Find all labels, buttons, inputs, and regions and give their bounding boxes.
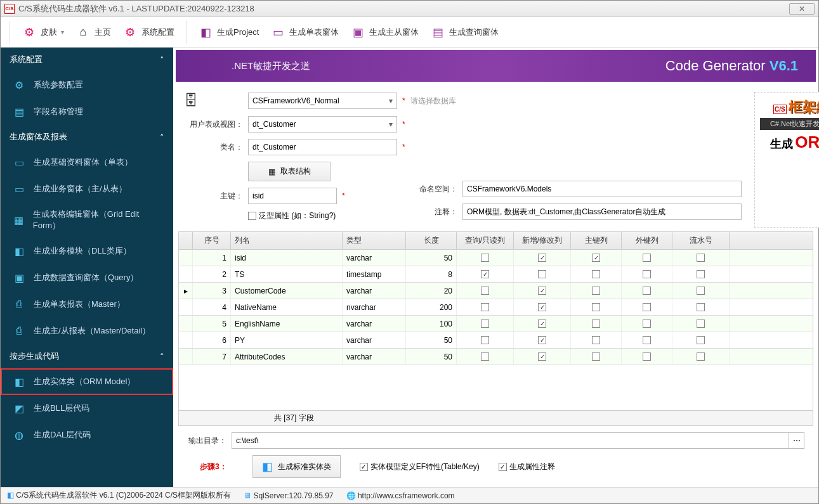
cube-icon: ◧ (198, 25, 213, 40)
table-row[interactable]: 4 NativeName nvarchar 200 (179, 299, 813, 316)
search-icon: ▣ (12, 271, 26, 285)
promo-image: C/S 框架網 C#.Net快速开发平台 生成 ORM (754, 92, 819, 228)
ns-input[interactable]: CSFrameworkV6.Models (462, 181, 742, 197)
window-icon: ▭ (270, 25, 285, 40)
sidebar-item-detail-rpt[interactable]: ⎙生成主/从报表（Master/Detail） (1, 318, 173, 344)
gen-project-button[interactable]: ◧生成Project (198, 25, 259, 40)
cube-icon: ◧ (7, 491, 14, 500)
status-url[interactable]: http://www.csframework.com (358, 491, 455, 500)
status-db: SqlServer:120.79.85.97 (253, 491, 333, 500)
db-icon: ◍ (12, 428, 26, 442)
db-combo[interactable]: CSFrameworkV6_Normal (248, 93, 397, 109)
cogs-icon: ⚙ (122, 25, 138, 40)
status-app: C/S系统代码生成器软件 v6.1 (C)2006-2024 C/S框架网版权所… (16, 491, 231, 500)
gen-query-button[interactable]: ▤生成查询窗体 (430, 25, 499, 40)
browse-button[interactable]: ⋯ (789, 432, 804, 449)
grid-icon: ▦ (268, 167, 275, 176)
outdir-input[interactable]: c:\test\ (232, 432, 789, 449)
form-icon: ▭ (12, 155, 26, 169)
cube2-icon: ◧ (12, 375, 26, 389)
sidebar-item-orm[interactable]: ◧生成实体类（ORM Model） (1, 368, 173, 395)
grid-header: 序号 列名 类型 长度 查询/只读列 新增/修改列 主键列 外键列 流水号 (179, 232, 813, 250)
required-icon: * (342, 191, 345, 200)
required-icon: * (402, 96, 405, 105)
table-row[interactable]: 6 PY varchar 50 (179, 332, 813, 349)
gen-single-button[interactable]: ▭生成单表窗体 (270, 25, 339, 40)
sidebar-item-dal[interactable]: ◍生成DAL层代码 (1, 422, 173, 448)
fields-grid: 序号 列名 类型 长度 查询/只读列 新增/修改列 主键列 外键列 流水号 1 … (178, 231, 813, 426)
table-label: 用户表或视图： (182, 119, 248, 130)
table-row[interactable]: ▸ 3 CustomerCode varchar 20 (179, 283, 813, 299)
banner: .NET敏捷开发之道 Code Generator V6.1 (176, 50, 816, 82)
banner-subtitle: .NET敏捷开发之道 (232, 60, 310, 72)
sidebar-item-biz[interactable]: ▭生成业务窗体（主/从表） (1, 176, 173, 202)
gear-icon: ⚙ (22, 25, 37, 40)
list-icon: ▤ (12, 105, 26, 119)
form2-icon: ▭ (12, 182, 26, 196)
app-icon: C/S (4, 4, 15, 14)
gen-master-button[interactable]: ▣生成主从窗体 (350, 25, 419, 40)
grid-icon: ▦ (12, 213, 25, 227)
comment-checkbox[interactable]: ✓生成属性注释 (499, 462, 555, 472)
titlebar: C/S C/S系统代码生成器软件 v6.1 - LASTUPDATE:20240… (1, 1, 818, 17)
print2-icon: ⎙ (12, 324, 26, 338)
home-button[interactable]: ⌂主页 (75, 25, 111, 40)
close-button[interactable]: ✕ (789, 3, 815, 15)
class-input[interactable]: dt_Customer (248, 139, 397, 155)
globe-icon: 🌐 (346, 491, 356, 500)
sysconfig-button[interactable]: ⚙系统配置 (122, 25, 174, 40)
table-row[interactable]: 2 TS timestamp 8 (179, 266, 813, 283)
sidebar-item-dll[interactable]: ◧生成业务模块（DLL类库） (1, 238, 173, 264)
sidebar: 系统配置˄ ⚙系统参数配置 ▤字段名称管理 生成窗体及报表˄ ▭生成基础资料窗体… (1, 48, 173, 487)
window2-icon: ▣ (350, 25, 365, 40)
comment-input[interactable]: ORM模型, 数据表:dt_Customer,由ClassGenerator自动… (462, 204, 742, 220)
window-title: C/S系统代码生成器软件 v6.1 - LASTUPDATE:20240922-… (18, 3, 789, 15)
sidebar-item-params[interactable]: ⚙系统参数配置 (1, 72, 173, 98)
grid-footer: 共 [37] 字段 (179, 410, 813, 425)
table-row[interactable]: 7 AttributeCodes varchar 50 (179, 349, 813, 365)
toolbar: ⚙皮肤 ▾ ⌂主页 ⚙系统配置 ◧生成Project ▭生成单表窗体 ▣生成主从… (1, 17, 818, 48)
grid-body[interactable]: 1 isid varchar 50 2 TS timestamp 8 ▸ 3 C… (179, 250, 813, 410)
sidebar-item-fields[interactable]: ▤字段名称管理 (1, 98, 173, 125)
sidebar-item-query[interactable]: ▣生成数据查询窗体（Query） (1, 264, 173, 291)
table-combo[interactable]: dt_Customer (248, 116, 397, 132)
sidebar-item-basic[interactable]: ▭生成基础资料窗体（单表） (1, 149, 173, 176)
db-hint: 请选择数据库 (410, 96, 456, 107)
print-icon: ⎙ (12, 297, 26, 311)
cube-icon: ◧ (12, 244, 26, 258)
statusbar: ◧ C/S系统代码生成器软件 v6.1 (C)2006-2024 C/S框架网版… (1, 487, 818, 503)
search-window-icon: ▤ (430, 25, 445, 40)
cube-icon: ◧ (262, 460, 273, 474)
table-row[interactable]: 5 EnglishName varchar 100 (179, 316, 813, 332)
sidebar-section-sysconfig[interactable]: 系统配置˄ (1, 48, 173, 72)
sidebar-item-master-rpt[interactable]: ⎙生成单表报表（Master） (1, 291, 173, 318)
code-icon: ◩ (12, 401, 26, 415)
get-structure-button[interactable]: ▦取表结构 (248, 162, 331, 181)
ns-label: 命名空间： (412, 184, 462, 195)
banner-title: Code Generator V6.1 (665, 58, 798, 74)
home-icon: ⌂ (75, 25, 91, 40)
generic-checkbox[interactable]: 泛型属性 (如：String?) (248, 210, 336, 221)
sidebar-section-forms[interactable]: 生成窗体及报表˄ (1, 125, 173, 149)
required-icon: * (402, 143, 405, 152)
table-row[interactable]: 1 isid varchar 50 (179, 250, 813, 266)
comment-label: 注释： (412, 207, 462, 217)
generate-button[interactable]: ◧生成标准实体类 (252, 455, 341, 478)
outdir-label: 输出目录： (187, 436, 232, 446)
gear-icon: ⚙ (12, 78, 26, 92)
ef-checkbox[interactable]: ✓实体模型定义EF特性(Table/Key) (360, 462, 480, 472)
class-label: 类名： (182, 142, 248, 153)
step3-label: 步骤3： (200, 462, 227, 472)
pk-input[interactable]: isid (248, 188, 337, 204)
database-icon: 🗄 (182, 92, 200, 110)
required-icon: * (402, 120, 405, 129)
sidebar-section-step[interactable]: 按步生成代码˄ (1, 344, 173, 368)
sidebar-item-bll[interactable]: ◩生成BLL层代码 (1, 395, 173, 422)
sidebar-item-gridedit[interactable]: ▦生成表格编辑窗体（Grid Edit Form） (1, 202, 173, 238)
pk-label: 主键： (182, 191, 248, 202)
skin-button[interactable]: ⚙皮肤 ▾ (22, 25, 64, 40)
server-icon: 🖥 (244, 491, 251, 500)
